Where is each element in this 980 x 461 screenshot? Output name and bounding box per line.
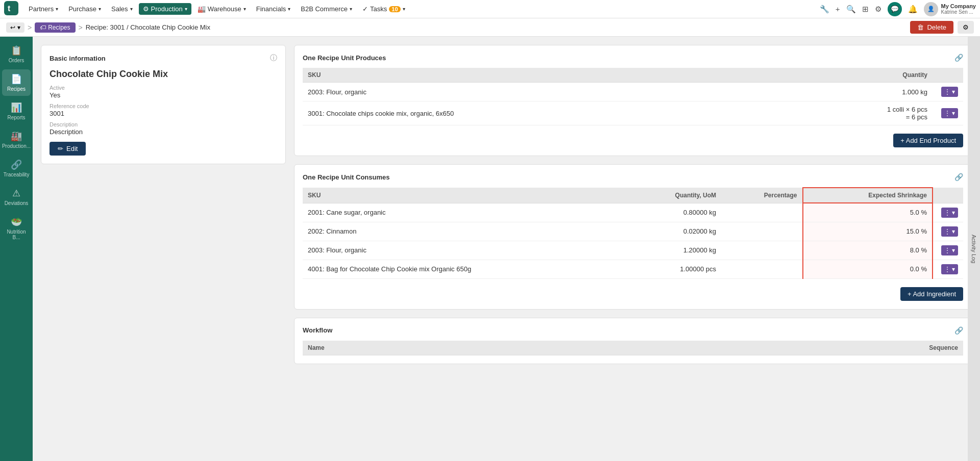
active-label: Active <box>50 85 277 91</box>
row-action-button[interactable]: ⋮ ▾ <box>941 245 958 255</box>
refcode-label: Reference code <box>50 103 277 109</box>
edit-button[interactable]: ✏ Edit <box>50 142 86 156</box>
left-panel: Basic information ⓘ Chocolate Chip Cooki… <box>41 45 286 453</box>
back-button[interactable]: ↩ ▾ <box>6 22 24 33</box>
breadcrumb-bar: ↩ ▾ > 🏷 Recipes > Recipe: 3001 / Chocola… <box>0 18 980 37</box>
sidebar-item-orders[interactable]: 📋 Orders <box>2 41 31 67</box>
nav-warehouse[interactable]: 🏭 Warehouse ▾ <box>193 3 250 15</box>
col-percentage: Percentage <box>721 188 803 203</box>
link2-icon[interactable]: 🔗 <box>954 173 963 181</box>
chevron-down-icon: ▾ <box>243 6 246 12</box>
shrinkage-cell: 0.0 % <box>803 260 933 278</box>
basic-info-header: Basic information ⓘ <box>50 54 277 63</box>
sidebar-item-nutrition[interactable]: 🥗 Nutrition B... <box>2 212 31 244</box>
sidebar-item-production[interactable]: 🏭 Production... <box>2 126 31 153</box>
qty-cell: 1.00000 pcs <box>626 260 721 278</box>
refcode-row: Reference code 3001 <box>50 103 277 117</box>
activity-log-panel[interactable]: Activity Log <box>968 37 980 461</box>
orders-icon: 📋 <box>11 45 22 56</box>
info-icon[interactable]: ⓘ <box>270 54 277 63</box>
nav-tasks[interactable]: ✓ Tasks 10 ▾ <box>358 4 409 14</box>
description-label: Description <box>50 121 277 127</box>
right-panel: One Recipe Unit Produces 🔗 SKU Quantity … <box>294 45 972 453</box>
row-actions: ⋮ ▾ <box>938 87 958 97</box>
deviations-icon: ⚠ <box>12 188 20 199</box>
sku-cell: 2003: Flour, organic <box>303 241 626 260</box>
quantity-cell: 1 colli × 6 pcs = 6 pcs <box>778 101 933 125</box>
tools-icon[interactable]: 🔧 <box>820 5 829 14</box>
user-menu[interactable]: 👤 My Company Katrine Sen ... <box>924 2 976 16</box>
col-sequence: Sequence <box>572 341 963 355</box>
top-nav: t Partners ▾ Purchase ▾ Sales ▾ ⚙ Produc… <box>0 0 980 18</box>
settings-icon[interactable]: ⚙ <box>875 5 881 14</box>
search-icon[interactable]: 🔍 <box>846 5 856 14</box>
row-action-button[interactable]: ⋮ ▾ <box>941 208 958 218</box>
end-products-header: One Recipe Unit Produces 🔗 <box>303 54 963 62</box>
end-products-title: One Recipe Unit Produces <box>303 54 386 62</box>
row-action-button[interactable]: ⋮ ▾ <box>941 87 958 97</box>
nav-partners[interactable]: Partners ▾ <box>24 3 62 15</box>
grid-icon[interactable]: ⊞ <box>862 5 869 14</box>
pct-cell <box>721 203 803 222</box>
workflow-link-icon[interactable]: 🔗 <box>954 326 963 335</box>
refcode-value: 3001 <box>50 110 277 117</box>
qty-cell: 0.02000 kg <box>626 222 721 241</box>
nav-sales[interactable]: Sales ▾ <box>107 3 137 15</box>
add-end-product-button[interactable]: + Add End Product <box>893 134 963 147</box>
row-action-button[interactable]: ⋮ ▾ <box>941 108 958 118</box>
traceability-icon: 🔗 <box>11 159 22 170</box>
sidebar-item-reports[interactable]: 📊 Reports <box>2 98 31 124</box>
workflow-card: Workflow 🔗 Name Sequence <box>294 318 972 364</box>
col-name: Name <box>303 341 572 355</box>
description-row: Description Description <box>50 121 277 136</box>
chevron-down-icon: ▾ <box>17 24 20 31</box>
pct-cell <box>721 222 803 241</box>
nav-purchase[interactable]: Purchase ▾ <box>64 3 105 15</box>
pct-cell <box>721 260 803 278</box>
row-actions: ⋮ ▾ <box>938 245 958 255</box>
plus-icon[interactable]: + <box>836 5 840 13</box>
sku-cell: 2003: Flour, organic <box>303 83 778 101</box>
row-actions: ⋮ ▾ <box>938 226 958 237</box>
shrinkage-cell: 5.0 % <box>803 203 933 222</box>
nav-b2b[interactable]: B2B Commerce ▾ <box>297 3 356 15</box>
content-area: Basic information ⓘ Chocolate Chip Cooki… <box>33 37 980 461</box>
product-name: Chocolate Chip Cookie Mix <box>50 69 277 80</box>
sidebar-item-recipes[interactable]: 📄 Recipes <box>2 69 31 96</box>
active-row: Active Yes <box>50 85 277 99</box>
delete-button[interactable]: 🗑 Delete <box>910 21 953 34</box>
sku-cell: 2001: Cane sugar, organic <box>303 203 626 222</box>
ingredients-table: SKU Quantity, UoM Percentage Expected Sh… <box>303 187 963 279</box>
qty-cell: 0.80000 kg <box>626 203 721 222</box>
basic-info-card: Basic information ⓘ Chocolate Chip Cooki… <box>41 45 286 164</box>
end-products-footer: + Add End Product <box>303 125 963 147</box>
add-ingredient-button[interactable]: + Add Ingredient <box>900 287 963 301</box>
shrinkage-cell: 8.0 % <box>803 241 933 260</box>
row-action-button[interactable]: ⋮ ▾ <box>941 264 958 274</box>
workflow-header: Workflow 🔗 <box>303 326 963 335</box>
ingredients-title: One Recipe Unit Consumes <box>303 173 389 181</box>
bell-icon[interactable]: 🔔 <box>908 5 918 14</box>
svg-rect-0 <box>4 1 18 15</box>
settings-button[interactable]: ⚙ <box>958 21 974 34</box>
row-action-button[interactable]: ⋮ ▾ <box>941 226 958 237</box>
app-logo[interactable]: t <box>4 1 18 17</box>
breadcrumb-recipes-tag[interactable]: 🏷 Recipes <box>35 22 75 33</box>
nav-production[interactable]: ⚙ Production ▾ <box>139 3 191 15</box>
sku-cell: 2002: Cinnamon <box>303 222 626 241</box>
sidebar-item-deviations[interactable]: ⚠ Deviations <box>2 184 31 210</box>
ingredients-footer: + Add Ingredient <box>303 279 963 301</box>
chevron-down-icon: ▾ <box>130 6 133 12</box>
ingredients-card: One Recipe Unit Consumes 🔗 SKU Quantity,… <box>294 164 972 310</box>
recipes-icon: 📄 <box>11 73 22 85</box>
description-value: Description <box>50 128 277 136</box>
chat-button[interactable]: 💬 <box>888 2 902 16</box>
chevron-down-icon: ▾ <box>185 6 187 12</box>
breadcrumb-actions: 🗑 Delete ⚙ <box>910 21 974 34</box>
edit-icon: ✏ <box>58 145 63 152</box>
link-icon[interactable]: 🔗 <box>954 54 963 62</box>
table-row: 4001: Bag for Chocolate Chip Cookie mix … <box>303 260 963 278</box>
shrinkage-cell: 15.0 % <box>803 222 933 241</box>
nav-financials[interactable]: Financials ▾ <box>252 3 295 15</box>
sidebar-item-traceability[interactable]: 🔗 Traceability <box>2 155 31 182</box>
